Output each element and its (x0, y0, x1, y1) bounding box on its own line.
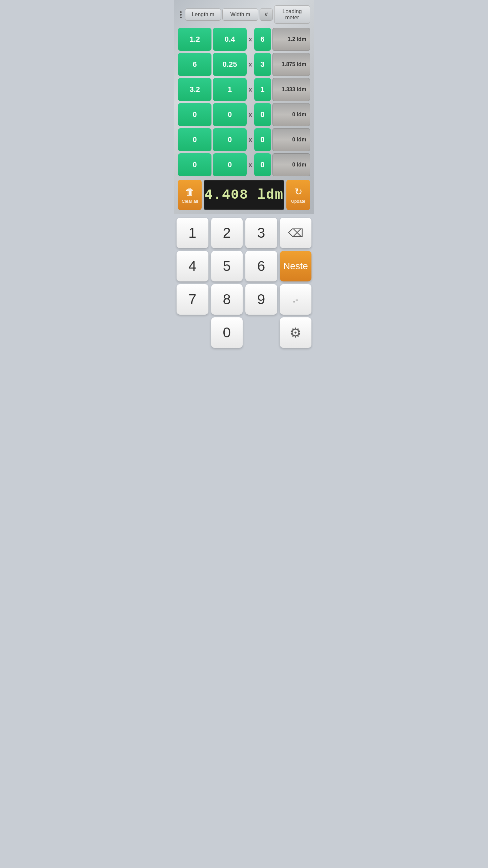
table-row: 3.2 1 x 1 1.333 ldm (178, 78, 310, 101)
decimal-button[interactable]: .- (280, 284, 312, 315)
result-1: 1.2 ldm (272, 28, 310, 51)
width-input-2[interactable]: 0.25 (213, 53, 246, 76)
table-row: 6 0.25 x 3 1.875 ldm (178, 53, 310, 76)
count-input-1[interactable]: 6 (254, 28, 271, 51)
key-7[interactable]: 7 (177, 284, 208, 315)
table-row: 1.2 0.4 x 6 1.2 ldm (178, 28, 310, 51)
tab-length[interactable]: Length m (185, 8, 221, 21)
key-empty-left (177, 317, 208, 348)
trash-icon: 🗑 (185, 186, 195, 197)
tab-loading-meter[interactable]: Loading meter (274, 5, 310, 24)
width-input-3[interactable]: 1 (213, 78, 246, 101)
tab-width[interactable]: Width m (222, 8, 258, 21)
multiply-label-3: x (248, 86, 253, 93)
key-4[interactable]: 4 (177, 251, 208, 281)
multiply-label-6: x (248, 161, 253, 169)
key-6[interactable]: 6 (245, 251, 277, 281)
key-9[interactable]: 9 (245, 284, 277, 315)
backspace-icon: ⌫ (288, 226, 303, 239)
result-4: 0 ldm (272, 103, 310, 126)
key-5[interactable]: 5 (211, 251, 243, 281)
multiply-label-2: x (248, 61, 253, 68)
length-input-1[interactable]: 1.2 (178, 28, 211, 51)
result-2: 1.875 ldm (272, 53, 310, 76)
multiply-label-4: x (248, 111, 253, 118)
total-bar: 🗑 Clear all 4.408 ldm ↻ Update (178, 180, 310, 210)
table-row: 0 0 x 0 0 ldm (178, 103, 310, 126)
multiply-label-1: x (248, 36, 253, 43)
settings-button[interactable]: ⚙ (280, 317, 312, 348)
update-label: Update (291, 199, 305, 204)
length-input-2[interactable]: 6 (178, 53, 211, 76)
length-input-6[interactable]: 0 (178, 153, 211, 176)
table-row: 0 0 x 0 0 ldm (178, 153, 310, 176)
clear-all-label: Clear all (182, 199, 198, 204)
count-input-3[interactable]: 1 (254, 78, 271, 101)
menu-dots[interactable] (178, 10, 184, 20)
result-5: 0 ldm (272, 128, 310, 151)
refresh-icon: ↻ (294, 186, 302, 197)
dot-3 (180, 17, 182, 18)
key-1[interactable]: 1 (177, 218, 208, 248)
width-input-1[interactable]: 0.4 (213, 28, 246, 51)
key-0[interactable]: 0 (211, 317, 243, 348)
tab-hash[interactable]: # (260, 8, 273, 21)
count-input-5[interactable]: 0 (254, 128, 271, 151)
clear-all-button[interactable]: 🗑 Clear all (178, 180, 202, 210)
result-6: 0 ldm (272, 153, 310, 176)
width-input-6[interactable]: 0 (213, 153, 246, 176)
total-display: 4.408 ldm (204, 180, 284, 210)
keypad: 1 2 3 ⌫ 4 5 6 Neste 7 8 9 .- 0 ⚙ (174, 214, 314, 351)
neste-button[interactable]: Neste (280, 251, 312, 281)
table-row: 0 0 x 0 0 ldm (178, 128, 310, 151)
count-input-2[interactable]: 3 (254, 53, 271, 76)
data-rows: 1.2 0.4 x 6 1.2 ldm 6 0.25 x 3 1.875 ldm… (178, 28, 310, 176)
dot-2 (180, 14, 182, 16)
result-3: 1.333 ldm (272, 78, 310, 101)
total-value: 4.408 (204, 188, 248, 203)
dot-1 (180, 11, 182, 13)
gear-icon: ⚙ (289, 325, 302, 340)
key-2[interactable]: 2 (211, 218, 243, 248)
length-input-5[interactable]: 0 (178, 128, 211, 151)
key-3[interactable]: 3 (245, 218, 277, 248)
key-empty-right (245, 317, 277, 348)
header-row: Length m Width m # Loading meter (178, 5, 310, 24)
count-input-6[interactable]: 0 (254, 153, 271, 176)
calculator-panel: Length m Width m # Loading meter 1.2 0.4… (174, 0, 314, 214)
multiply-label-5: x (248, 136, 253, 143)
backspace-button[interactable]: ⌫ (280, 218, 312, 248)
total-unit: ldm (257, 188, 284, 203)
width-input-5[interactable]: 0 (213, 128, 246, 151)
length-input-3[interactable]: 3.2 (178, 78, 211, 101)
key-8[interactable]: 8 (211, 284, 243, 315)
count-input-4[interactable]: 0 (254, 103, 271, 126)
length-input-4[interactable]: 0 (178, 103, 211, 126)
update-button[interactable]: ↻ Update (286, 180, 310, 210)
width-input-4[interactable]: 0 (213, 103, 246, 126)
